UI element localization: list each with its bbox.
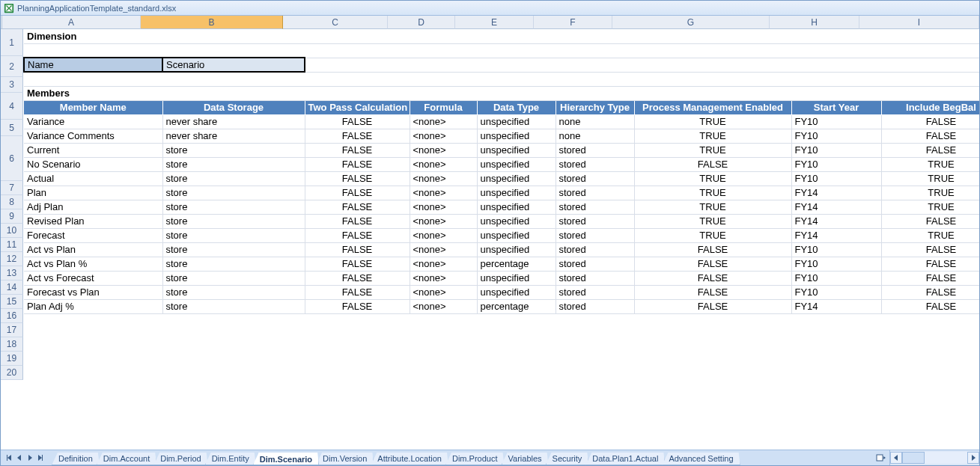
data-cell[interactable]: none bbox=[556, 114, 634, 129]
data-cell[interactable]: store bbox=[162, 143, 305, 157]
row-header-19[interactable]: 19 bbox=[1, 352, 23, 366]
data-cell[interactable]: FALSE bbox=[881, 214, 979, 228]
column-header-E[interactable]: E bbox=[455, 16, 534, 29]
data-cell[interactable]: stored bbox=[556, 257, 634, 271]
data-cell[interactable]: never share bbox=[162, 129, 305, 143]
data-cell[interactable]: stored bbox=[556, 200, 634, 214]
data-cell[interactable]: Plan Adj % bbox=[24, 299, 162, 313]
data-cell[interactable]: store bbox=[162, 171, 305, 186]
cell[interactable] bbox=[556, 72, 634, 86]
data-cell[interactable]: TRUE bbox=[881, 200, 979, 214]
row-header-13[interactable]: 13 bbox=[1, 266, 23, 280]
sheet-tab[interactable]: Advanced Setting bbox=[662, 453, 740, 465]
tab-nav-last-icon[interactable] bbox=[35, 452, 46, 464]
scroll-left-icon[interactable] bbox=[890, 452, 902, 464]
row-header-5[interactable]: 5 bbox=[1, 120, 23, 136]
data-cell[interactable]: FY10 bbox=[791, 114, 881, 129]
scrollbar-track[interactable] bbox=[902, 452, 967, 464]
horizontal-scrollbar[interactable] bbox=[889, 450, 979, 465]
data-cell[interactable]: unspecified bbox=[477, 242, 556, 257]
row-header-11[interactable]: 11 bbox=[1, 238, 23, 252]
data-cell[interactable]: FY10 bbox=[791, 285, 881, 299]
data-cell[interactable]: none bbox=[556, 129, 634, 143]
data-cell[interactable]: unspecified bbox=[477, 214, 556, 228]
sheet-tab[interactable]: Dim.Period bbox=[153, 453, 207, 465]
data-cell[interactable]: Act vs Plan % bbox=[24, 257, 162, 271]
data-cell[interactable]: <none> bbox=[410, 114, 477, 129]
cell[interactable] bbox=[305, 43, 410, 58]
sheet-tab[interactable]: Variables bbox=[502, 453, 549, 465]
data-cell[interactable]: FALSE bbox=[305, 171, 410, 186]
cell[interactable] bbox=[24, 43, 162, 58]
data-cell[interactable]: TRUE bbox=[881, 157, 979, 171]
data-cell[interactable]: FALSE bbox=[634, 242, 791, 257]
data-cell[interactable]: Act vs Plan bbox=[24, 242, 162, 257]
cell[interactable] bbox=[410, 43, 477, 58]
cell[interactable] bbox=[477, 43, 556, 58]
cell[interactable] bbox=[634, 72, 791, 86]
data-cell[interactable]: stored bbox=[556, 228, 634, 242]
data-cell[interactable]: FY10 bbox=[791, 242, 881, 257]
data-cell[interactable]: FALSE bbox=[634, 257, 791, 271]
column-header-I[interactable]: I bbox=[859, 16, 979, 29]
data-cell[interactable]: FALSE bbox=[305, 157, 410, 171]
column-header-C[interactable]: C bbox=[283, 16, 388, 29]
data-cell[interactable]: FALSE bbox=[305, 299, 410, 313]
tab-nav-first-icon[interactable] bbox=[4, 452, 14, 464]
row-header-1[interactable]: 1 bbox=[1, 29, 23, 56]
data-cell[interactable]: stored bbox=[556, 285, 634, 299]
data-cell[interactable]: FY10 bbox=[791, 157, 881, 171]
data-cell[interactable]: stored bbox=[556, 214, 634, 228]
data-cell[interactable]: TRUE bbox=[881, 186, 979, 200]
cell[interactable] bbox=[305, 72, 410, 86]
data-cell[interactable]: FALSE bbox=[305, 186, 410, 200]
data-cell[interactable]: TRUE bbox=[881, 228, 979, 242]
data-cell[interactable]: never share bbox=[162, 114, 305, 129]
data-cell[interactable]: FALSE bbox=[305, 271, 410, 285]
column-header-F[interactable]: F bbox=[534, 16, 612, 29]
data-cell[interactable]: <none> bbox=[410, 271, 477, 285]
data-cell[interactable]: TRUE bbox=[634, 114, 791, 129]
data-cell[interactable]: FALSE bbox=[881, 242, 979, 257]
data-cell[interactable]: Act vs Forecast bbox=[24, 271, 162, 285]
data-cell[interactable]: stored bbox=[556, 171, 634, 186]
tab-nav-prev-icon[interactable] bbox=[14, 452, 25, 464]
data-cell[interactable]: Plan bbox=[24, 186, 162, 200]
sheet-tab[interactable]: Security bbox=[546, 453, 589, 465]
row-header-14[interactable]: 14 bbox=[1, 280, 23, 295]
row-header-6[interactable]: 6 bbox=[1, 136, 23, 181]
sheet-tab[interactable]: Attribute.Location bbox=[371, 453, 448, 465]
row-header-20[interactable]: 20 bbox=[1, 366, 23, 380]
cell[interactable] bbox=[305, 58, 410, 72]
row-header-7[interactable]: 7 bbox=[1, 181, 23, 195]
data-cell[interactable]: Forecast vs Plan bbox=[24, 285, 162, 299]
data-cell[interactable]: FALSE bbox=[305, 129, 410, 143]
data-cell[interactable]: TRUE bbox=[634, 228, 791, 242]
data-cell[interactable]: TRUE bbox=[634, 143, 791, 157]
cell[interactable] bbox=[24, 72, 162, 86]
sheet-tab[interactable]: Dim.Account bbox=[97, 453, 156, 465]
scrollbar-thumb[interactable] bbox=[902, 452, 925, 464]
data-cell[interactable]: unspecified bbox=[477, 271, 556, 285]
data-cell[interactable]: FY14 bbox=[791, 299, 881, 313]
data-cell[interactable]: unspecified bbox=[477, 143, 556, 157]
name-value[interactable]: Scenario bbox=[162, 58, 305, 72]
data-cell[interactable]: <none> bbox=[410, 200, 477, 214]
data-cell[interactable]: unspecified bbox=[477, 285, 556, 299]
row-header-17[interactable]: 17 bbox=[1, 323, 23, 337]
data-cell[interactable]: FALSE bbox=[881, 285, 979, 299]
cell[interactable] bbox=[477, 58, 556, 72]
row-header-8[interactable]: 8 bbox=[1, 195, 23, 209]
data-cell[interactable]: unspecified bbox=[477, 129, 556, 143]
cell[interactable] bbox=[410, 58, 477, 72]
column-header-H[interactable]: H bbox=[770, 16, 859, 29]
data-cell[interactable]: store bbox=[162, 228, 305, 242]
data-cell[interactable]: FALSE bbox=[634, 157, 791, 171]
data-cell[interactable]: Current bbox=[24, 143, 162, 157]
data-cell[interactable]: FALSE bbox=[305, 143, 410, 157]
data-cell[interactable]: store bbox=[162, 200, 305, 214]
column-header-A[interactable]: A bbox=[2, 16, 141, 29]
sheet-tab[interactable]: Dim.Product bbox=[445, 453, 505, 465]
sheet-tab[interactable]: Dim.Version bbox=[316, 453, 374, 465]
row-header-16[interactable]: 16 bbox=[1, 309, 23, 323]
